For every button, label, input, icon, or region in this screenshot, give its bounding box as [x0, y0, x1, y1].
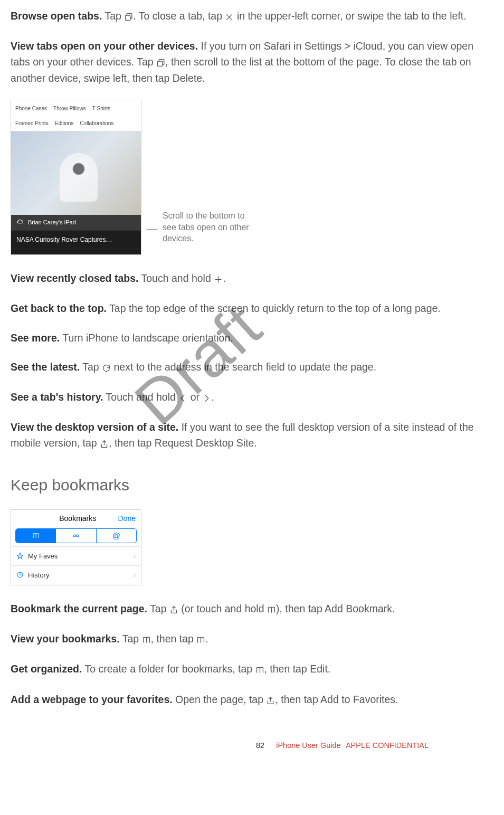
text: Open the page, tap	[173, 694, 267, 705]
bookmarks-row[interactable]: History ›	[11, 565, 141, 585]
text: in the upper-left corner, or swipe the t…	[234, 10, 466, 22]
share-icon	[100, 437, 109, 452]
page-number: 82	[256, 741, 264, 750]
text: Touch and hold	[138, 272, 214, 284]
title: See a tab's history.	[11, 391, 103, 403]
cloud-icon	[16, 218, 24, 227]
tabs-figure: Phone Cases Throw Pillows T-Shirts Frame…	[11, 100, 141, 255]
text: (or touch and hold	[178, 603, 267, 614]
star-icon	[16, 551, 24, 562]
title: Browse open tabs.	[11, 10, 102, 22]
title: Bookmark the current page.	[11, 603, 147, 614]
bookmarks-row[interactable]: My Faves ›	[11, 546, 141, 566]
title: Add a webpage to your favorites.	[11, 694, 173, 705]
title: See more.	[11, 332, 60, 344]
category: T-Shirts	[92, 105, 110, 112]
text: To create a folder for bookmarks, tap	[82, 663, 255, 675]
bookmarks-title: Bookmarks	[37, 513, 118, 524]
row-label: History	[28, 570, 49, 581]
reload-icon	[102, 361, 111, 376]
share-icon	[266, 693, 275, 708]
back-icon	[178, 391, 187, 406]
text: , then tap Edit.	[264, 663, 331, 675]
title: View recently closed tabs.	[11, 272, 138, 284]
bookmarks-figure: Bookmarks Done @ My Faves › History ›	[11, 509, 141, 585]
svg-point-3	[77, 535, 79, 537]
text: ), then tap Add Bookmark.	[276, 603, 395, 614]
text: , then tap Request Desktop Site.	[109, 437, 257, 449]
title: View the desktop version of a site.	[11, 421, 178, 433]
callout-text: Scroll to the bottom to see tabs open on…	[163, 210, 258, 244]
title: See the latest.	[11, 361, 80, 373]
close-icon	[225, 10, 234, 25]
category: Phone Cases	[15, 105, 47, 112]
title: Get back to the top.	[11, 302, 107, 314]
tabs-figure-item: Find Your Perfect Honeymoon…	[11, 249, 141, 255]
tabs-figure-cloud-row: Brian Carey's iPad	[11, 215, 141, 230]
footer-confidential: APPLE CONFIDENTIAL	[346, 741, 429, 750]
seg-bookmarks-icon[interactable]	[16, 529, 55, 543]
paragraph-see-latest: See the latest. Tap next to the address …	[11, 359, 493, 376]
row-label: My Faves	[28, 551, 58, 562]
text: .	[211, 391, 214, 403]
bookmarks-icon	[142, 632, 151, 648]
text: next to the address in the search field …	[111, 361, 376, 373]
text: Tap	[102, 10, 124, 22]
callout-line	[147, 229, 157, 230]
paragraph-see-tab-history: See a tab's history. Touch and hold or .	[11, 390, 493, 406]
share-icon	[169, 602, 178, 618]
tabs-figure-categories: Phone Cases Throw Pillows T-Shirts Frame…	[11, 100, 141, 131]
paragraph-view-bookmarks: View your bookmarks. Tap , then tap .	[11, 631, 493, 648]
paragraph-see-more: See more. Turn iPhone to landscape orien…	[11, 330, 493, 346]
paragraph-view-desktop: View the desktop version of a site. If y…	[11, 420, 493, 452]
text: Tap the top edge of the screen to quickl…	[107, 302, 441, 314]
text: Tap	[80, 361, 102, 373]
done-button[interactable]: Done	[118, 513, 136, 524]
text: .	[205, 633, 208, 645]
bookmarks-icon	[255, 662, 264, 678]
text: , then tap	[151, 633, 197, 645]
text: . To close a tab, tap	[133, 10, 225, 22]
paragraph-bookmark-current: Bookmark the current page. Tap (or touch…	[11, 601, 493, 618]
text: or	[187, 391, 202, 403]
category: Collaborations	[80, 119, 113, 127]
tabs-figure-row: Phone Cases Throw Pillows T-Shirts Frame…	[11, 100, 493, 255]
paragraph-view-tabs-other-devices: View tabs open on your other devices. If…	[11, 39, 493, 86]
text: Tap	[147, 603, 169, 614]
cloud-label: Brian Carey's iPad	[28, 218, 76, 227]
paragraph-get-back-top: Get back to the top. Tap the top edge of…	[11, 301, 493, 316]
forward-icon	[202, 391, 211, 406]
title: Get organized.	[11, 663, 82, 675]
svg-rect-0	[126, 15, 130, 20]
section-heading-keep-bookmarks: Keep bookmarks	[11, 473, 493, 497]
svg-rect-1	[158, 61, 163, 66]
tabs-figure-item: NASA Curiosity Rover Captures…	[11, 230, 141, 249]
text: .	[223, 272, 225, 284]
bookmarks-icon	[267, 602, 276, 618]
seg-at-icon[interactable]: @	[96, 529, 136, 543]
bookmarks-header: Bookmarks Done	[11, 510, 141, 526]
bookmarks-icon	[196, 632, 205, 648]
paragraph-browse-open-tabs: Browse open tabs. Tap . To close a tab, …	[11, 8, 493, 25]
text: , then tap Add to Favorites.	[275, 694, 398, 705]
bookmarks-segmented-control[interactable]: @	[15, 528, 137, 543]
chevron-right-icon: ›	[134, 570, 136, 581]
category: Throw Pillows	[53, 105, 86, 112]
category: Framed Prints	[15, 119, 49, 127]
clock-icon	[16, 570, 24, 581]
paragraph-view-recently-closed: View recently closed tabs. Touch and hol…	[11, 271, 493, 287]
title: View tabs open on your other devices.	[11, 40, 198, 52]
chevron-right-icon: ›	[134, 551, 136, 562]
paragraph-get-organized: Get organized. To create a folder for bo…	[11, 661, 493, 678]
text: Turn iPhone to landscape orientation.	[60, 332, 233, 344]
tabs-figure-image	[11, 131, 141, 215]
footer-guide: iPhone User Guide	[276, 741, 341, 750]
category: Editions	[55, 119, 74, 127]
svg-point-2	[73, 535, 75, 537]
text: Tap	[120, 633, 142, 645]
title: View your bookmarks.	[11, 633, 120, 645]
seg-readinglist-icon[interactable]	[55, 529, 96, 543]
tabs-icon	[124, 10, 133, 25]
plus-icon	[214, 272, 223, 287]
tabs-icon	[156, 55, 165, 71]
